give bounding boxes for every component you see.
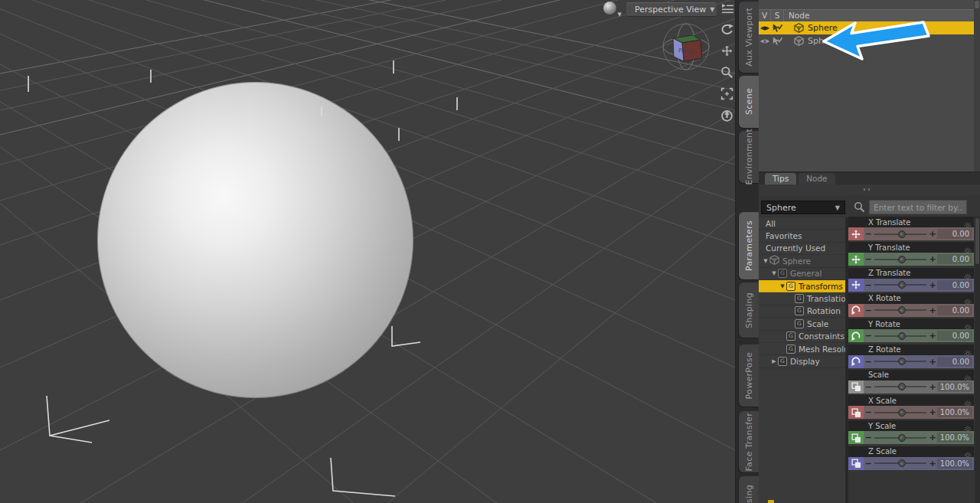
slider-thumb[interactable] (898, 459, 906, 467)
slider-thumb[interactable] (898, 383, 906, 390)
decrement-button[interactable]: − (864, 279, 873, 292)
increment-button[interactable]: + (928, 253, 937, 266)
view-cube[interactable]: Front (661, 21, 711, 72)
tab-face-transfer[interactable]: Face Transfer (739, 411, 759, 472)
frame-tool-button[interactable] (718, 84, 735, 103)
category-all[interactable]: All (759, 217, 845, 230)
slider-track[interactable] (874, 386, 926, 387)
increment-button[interactable]: + (928, 304, 937, 317)
decrement-button[interactable]: − (864, 355, 873, 368)
increment-button[interactable]: + (928, 329, 937, 342)
gear-icon[interactable] (964, 320, 972, 335)
tab-powerpose[interactable]: PowerPose (739, 345, 759, 407)
slider-thumb[interactable] (898, 434, 906, 442)
view-selector-dropdown[interactable]: Perspective View ▼ (626, 2, 717, 17)
gear-icon[interactable] (964, 243, 972, 258)
scene-scrollbar[interactable] (974, 0, 980, 181)
tab-posing[interactable]: Posing (739, 476, 759, 503)
tab-shaping[interactable]: Shaping (739, 283, 759, 338)
gear-icon[interactable] (964, 371, 972, 386)
column-node[interactable]: Node (784, 10, 974, 21)
decrement-button[interactable]: − (864, 304, 873, 317)
increment-button[interactable]: + (928, 279, 937, 292)
increment-button[interactable]: + (928, 457, 937, 470)
tab-aux-viewport[interactable]: Aux Viewport (739, 2, 759, 73)
increment-button[interactable]: + (928, 406, 937, 419)
aim-tool-button[interactable] (718, 106, 735, 124)
increment-button[interactable]: + (928, 227, 937, 240)
increment-button[interactable]: + (928, 381, 937, 394)
slider-track[interactable] (874, 284, 926, 286)
bottom-tab-tips[interactable]: Tips (765, 173, 796, 185)
increment-button[interactable]: + (928, 431, 937, 444)
slider-thumb[interactable] (898, 306, 906, 314)
slider-thumb[interactable] (898, 409, 906, 416)
decrement-button[interactable]: − (864, 329, 873, 342)
column-selectability[interactable]: S (771, 10, 784, 21)
slider-thumb[interactable] (898, 332, 906, 340)
tab-scene[interactable]: Scene (739, 76, 759, 128)
slider-thumb[interactable] (898, 230, 906, 238)
pan-tool-button[interactable] (718, 41, 735, 60)
category-scale[interactable]: GScale (759, 318, 845, 330)
expanded-triangle-icon[interactable]: ▼ (779, 283, 786, 289)
slider-track[interactable] (874, 361, 926, 362)
category-sphere[interactable]: ▼Sphere (759, 255, 845, 267)
tab-environment[interactable]: Environment (739, 131, 759, 183)
gear-icon[interactable] (964, 269, 972, 284)
slider-thumb[interactable] (898, 358, 906, 365)
selectability-cell[interactable] (771, 37, 783, 46)
category-mesh-resolution[interactable]: GMesh Resolution (759, 343, 845, 355)
gear-icon[interactable] (964, 346, 972, 361)
slider-track[interactable] (874, 412, 926, 413)
slider-track[interactable] (874, 259, 926, 260)
slider-track[interactable] (874, 309, 926, 311)
collapsed-triangle-icon[interactable]: ▶ (770, 358, 778, 364)
filter-input[interactable]: Enter text to filter by... (869, 200, 967, 214)
3d-viewport[interactable]: ▼ Perspective View ▼ (0, 0, 735, 503)
panel-splitter[interactable] (759, 185, 980, 196)
column-visibility[interactable]: V (759, 10, 771, 21)
viewport-options-menu-button[interactable] (720, 3, 735, 16)
expanded-triangle-icon[interactable]: ▼ (762, 258, 769, 264)
gear-icon[interactable] (964, 295, 972, 309)
category-translation[interactable]: GTranslation (759, 292, 845, 305)
scene-node-row[interactable]: Sphere (759, 21, 974, 34)
gear-icon[interactable] (964, 422, 972, 436)
slider-thumb[interactable] (898, 281, 906, 289)
decrement-button[interactable]: − (864, 406, 873, 419)
decrement-button[interactable]: − (864, 431, 873, 444)
scene-node-row[interactable]: Sphere (2) (759, 34, 974, 47)
tab-parameters[interactable]: Parameters (739, 212, 759, 279)
decrement-button[interactable]: − (864, 253, 873, 266)
increment-button[interactable]: + (928, 355, 937, 368)
expanded-triangle-icon[interactable]: ▼ (770, 270, 778, 276)
gear-icon[interactable] (964, 448, 972, 462)
category-rotation[interactable]: GRotation (759, 305, 845, 318)
category-general[interactable]: ▼GGeneral (759, 268, 845, 280)
slider-track[interactable] (874, 335, 926, 337)
decrement-button[interactable]: − (864, 457, 873, 470)
visibility-cell[interactable] (759, 24, 771, 32)
gear-icon[interactable] (964, 397, 972, 411)
gear-icon[interactable] (964, 218, 972, 233)
node-selector-dropdown[interactable]: Sphere ▼ (761, 201, 845, 214)
category-transforms[interactable]: ▼GTransforms (759, 280, 845, 292)
shading-style-button[interactable]: ▼ (603, 2, 622, 18)
slider-track[interactable] (874, 234, 926, 235)
category-display[interactable]: ▶GDisplay (759, 355, 845, 367)
slider-track[interactable] (874, 437, 926, 439)
bottom-tab-node[interactable]: Node (799, 173, 835, 185)
decrement-button[interactable]: − (864, 381, 873, 394)
category-constraints[interactable]: GConstraints (759, 331, 845, 343)
parameters-scrollbar[interactable] (975, 217, 980, 503)
clipped-tree-item[interactable] (759, 498, 845, 503)
decrement-button[interactable]: − (864, 227, 873, 240)
selectability-cell[interactable] (771, 24, 783, 33)
slider-track[interactable] (874, 462, 926, 464)
category-favorites[interactable]: Favorites (759, 230, 845, 242)
zoom-tool-button[interactable] (718, 63, 735, 81)
visibility-cell[interactable] (759, 38, 771, 45)
category-currently-used[interactable]: Currently Used (759, 243, 845, 255)
slider-thumb[interactable] (898, 256, 906, 263)
